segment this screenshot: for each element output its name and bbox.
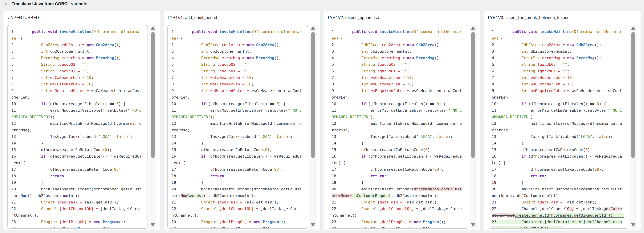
line-number: 17 <box>172 167 183 171</box>
code-text: ; <box>247 62 249 67</box>
code-text <box>343 30 352 34</box>
function-token: Program <box>103 220 119 224</box>
line-number: 3 <box>11 49 23 54</box>
scroll-down-arrow-icon[interactable] <box>311 223 315 226</box>
code-text <box>503 82 522 86</box>
keyword-token: new <box>87 43 94 47</box>
variable-token: = <box>416 206 418 211</box>
code-text <box>23 206 41 211</box>
variable-token: = <box>82 43 84 47</box>
number-token: 10 <box>87 82 91 86</box>
function-token: invokeMainline <box>220 30 251 34</box>
scrollbar[interactable] <box>470 25 477 229</box>
function-token: Cdb2Area <box>256 43 274 47</box>
code-text <box>48 89 50 93</box>
code-area: 1 public void invokeMainline(Dfhcommarea… <box>7 25 156 229</box>
type-token: ErrorMsg <box>362 56 380 60</box>
scroll-down-arrow-icon[interactable] <box>631 223 636 226</box>
scrollbar-thumb[interactable] <box>311 32 315 158</box>
type-token: int <box>522 75 528 80</box>
line-number: 23 <box>492 220 503 224</box>
code-line: 5 String lgacdb02 = ""; <box>11 61 144 68</box>
code-viewer[interactable]: 1 public void invokeMainline(Dfhcommarea… <box>328 25 468 229</box>
number-token: false <box>116 134 128 139</box>
line-number: 19 <box>332 180 343 185</box>
code-text <box>560 75 562 80</box>
chevron-down-icon[interactable] <box>4 2 8 6</box>
line-number: 13 <box>172 134 183 139</box>
type-token: int <box>201 49 208 54</box>
code-text <box>183 56 201 60</box>
scroll-up-arrow-icon[interactable] <box>631 27 636 30</box>
variable-token: = <box>400 200 402 204</box>
type-token: int <box>41 89 48 93</box>
code-text: dfhcommarea.setCaReturnCode( <box>23 148 105 152</box>
scrollbar[interactable] <box>149 25 156 229</box>
keyword-token: if <box>362 154 366 158</box>
code-text <box>23 174 50 178</box>
code-text <box>23 220 41 224</box>
number-token: 10 <box>247 82 252 86</box>
code-text <box>215 69 217 73</box>
code-line: 11 errorMsg.getEmVariable().setBytes(" N… <box>332 107 464 120</box>
code-line: 2 Cdb2Area cdb2Area = new Cdb2Area(); <box>172 42 304 48</box>
code-line: 5 String lgacdb02 = ""; <box>492 61 624 68</box>
line-number: 13 <box>332 134 343 139</box>
code-text <box>274 102 276 106</box>
type-token: Object <box>522 200 535 204</box>
line-number: 6 <box>172 69 183 73</box>
scroll-up-arrow-icon[interactable] <box>471 27 475 30</box>
number-token: false <box>276 134 288 139</box>
scrollbar-thumb[interactable] <box>151 32 154 158</box>
variable-token: = <box>398 62 400 67</box>
code-text: Task.getTask().abend( <box>343 134 418 139</box>
variable-token: lgacdb02 <box>217 62 236 67</box>
code-text <box>380 56 382 60</box>
line-number: 22 <box>332 206 343 211</box>
keyword-token: void <box>528 30 538 34</box>
code-text <box>23 62 41 67</box>
line-number: 11 <box>172 108 183 113</box>
line-number: 10 <box>332 102 343 106</box>
code-text <box>217 206 220 211</box>
variable-token: = <box>82 75 84 80</box>
line-number: 20 <box>11 187 23 191</box>
code-line: 16 if (dfhcommarea.getEibcalen() < wsReq… <box>11 153 144 166</box>
code-line: 18 return; <box>332 173 464 179</box>
code-area: 1 public void invokeMainline(Dfhcommarea… <box>488 25 637 229</box>
line-number: 12 <box>492 121 503 126</box>
code-text: ); <box>588 148 592 152</box>
code-viewer[interactable]: 1 public void invokeMainline(Dfhcommarea… <box>488 25 628 229</box>
scroll-up-arrow-icon[interactable] <box>311 27 315 30</box>
code-viewer[interactable]: 1 public void invokeMainline(Dfhcommarea… <box>7 25 148 229</box>
code-text <box>535 200 537 204</box>
code-text: dfhcommarea.setCaReturnCode( <box>343 167 434 171</box>
code-viewer[interactable]: 1 public void invokeMainline(Dfhcommarea… <box>167 25 308 229</box>
scrollbar[interactable] <box>309 25 316 229</box>
code-text: ); <box>608 134 613 139</box>
variable-token: = <box>242 43 244 47</box>
line-number: 23 <box>11 220 23 224</box>
keyword-token: new <box>567 56 574 60</box>
code-text: (); <box>274 43 281 47</box>
code-text <box>84 43 87 47</box>
variable-token: = <box>240 200 242 204</box>
scrollbar[interactable] <box>630 25 637 229</box>
function-token: Cdb2Area <box>96 43 114 47</box>
line-number: 21 <box>11 200 23 204</box>
scrollbar-thumb[interactable] <box>471 32 475 158</box>
code-line: 24 jdeclProgObj.setName(lgacvs01); <box>172 225 304 229</box>
variable-token: wsRequiredCaLen <box>530 89 565 93</box>
scroll-up-arrow-icon[interactable] <box>150 27 155 30</box>
code-text: ; <box>91 75 94 80</box>
number-token: 10 <box>567 75 572 80</box>
code-text <box>240 62 242 67</box>
variable-token: wsCustomerLen <box>50 82 80 86</box>
code-text: (); <box>114 43 121 47</box>
code-panel: LYR1V3: insert_line_break_between_tokens… <box>484 11 641 230</box>
line-number: 9 <box>492 89 503 93</box>
line-number: 17 <box>11 167 23 171</box>
scroll-down-arrow-icon[interactable] <box>150 223 155 226</box>
scrollbar-thumb[interactable] <box>632 32 635 158</box>
scroll-down-arrow-icon[interactable] <box>471 223 475 226</box>
